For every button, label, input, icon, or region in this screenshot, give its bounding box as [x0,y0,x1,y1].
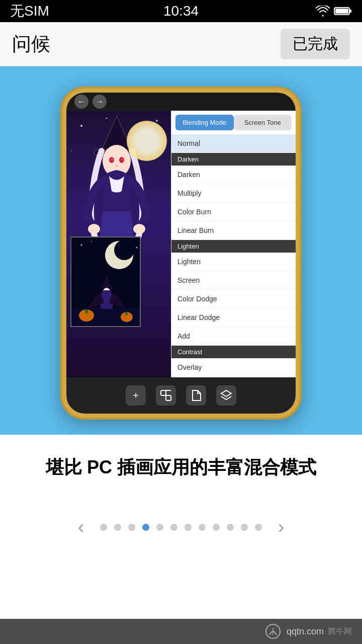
page-dot-7[interactable] [185,524,192,531]
blend-category-lighten: Lighten [171,240,296,253]
screen-tone-tab[interactable]: Screen Tone [234,115,292,130]
wifi-icon [316,6,330,17]
logo-icon [265,624,281,639]
svg-rect-27 [85,309,88,313]
svg-point-13 [111,158,113,160]
blend-item-color-dodge[interactable]: Color Dodge [171,290,296,308]
svg-point-24 [136,247,138,249]
blend-mode-panel: Blending Mode Screen Tone Normal Darken … [171,111,296,377]
merge-icon [160,389,172,401]
back-arrow-icon[interactable]: ← [74,95,88,109]
svg-point-16 [133,224,145,234]
main-content: ← → [0,66,362,605]
watermark-bar: qqtn.com 腾牛网 [0,619,362,644]
svg-point-4 [106,118,108,119]
page-dot-9[interactable] [213,524,220,531]
blend-item-screen[interactable]: Screen [171,271,296,290]
blend-item-linear-burn[interactable]: Linear Burn [171,221,296,240]
blend-list: Normal Darken Darken Multiply Color Burn… [171,134,296,377]
nav-bar: 问候 已完成 [0,22,362,66]
time-label: 10:34 [163,3,199,19]
blend-item-multiply[interactable]: Multiply [171,184,296,203]
page-dot-8[interactable] [199,524,206,531]
svg-rect-2 [349,10,351,13]
svg-rect-29 [125,312,128,315]
page-dot-12[interactable] [255,524,262,531]
blend-category-contrast: Contrast [171,346,296,358]
svg-rect-1 [335,9,348,14]
blend-item-lighten[interactable]: Lighten [171,253,296,271]
blend-item-darken[interactable]: Darken [171,166,296,184]
anime-art-area [66,111,177,377]
caption: 堪比 PC 插画应用的丰富混合模式 [0,435,362,505]
page-dot-5[interactable] [156,524,163,531]
svg-point-6 [156,120,158,122]
prev-page-button[interactable]: ‹ [69,515,93,539]
svg-rect-32 [161,390,166,395]
bottom-spacer [0,565,362,605]
page-dot-2[interactable] [114,524,121,531]
watermark-text [265,624,283,639]
status-icons [316,6,352,17]
svg-point-21 [114,240,134,260]
svg-point-3 [80,125,82,127]
document-button[interactable] [186,385,206,406]
phone-toolbar: + [66,377,296,414]
pagination: ‹ › [0,505,362,565]
status-bar: 无SIM 10:34 [0,0,362,22]
page-dot-1[interactable] [100,524,107,531]
blend-tabs: Blending Mode Screen Tone [171,111,296,134]
watermark-label: qqtn.com [287,626,324,637]
thumbnail-svg [71,237,141,327]
moon-decoration [127,121,167,161]
done-button[interactable]: 已完成 [281,29,350,59]
phone-topbar: ← → [66,93,296,111]
layers-icon [220,389,232,401]
page-title: 问候 [12,31,50,57]
document-icon [191,389,202,401]
page-dot-3[interactable] [128,524,135,531]
thumbnail-overlay [70,236,141,327]
page-dot-10[interactable] [227,524,234,531]
blend-item-add[interactable]: Add [171,327,296,346]
page-dot-4[interactable] [142,524,149,531]
add-layer-button[interactable]: + [126,385,146,406]
svg-point-14 [121,158,123,160]
carrier-label: 无SIM [10,2,49,21]
svg-point-7 [71,150,72,151]
svg-point-22 [81,245,82,246]
merge-button[interactable] [156,385,176,406]
battery-icon [334,7,352,16]
forward-arrow-icon[interactable]: → [93,95,107,109]
phone-topbar-icons: ← → [74,95,107,109]
screenshot-area: ← → [0,66,362,435]
illustration-area: Blending Mode Screen Tone Normal Darken … [66,111,296,377]
next-page-button[interactable]: › [269,515,293,539]
phone-screen: ← → [66,93,296,414]
svg-rect-33 [166,395,171,400]
layers-button[interactable] [216,385,236,406]
page-dot-11[interactable] [241,524,248,531]
page-dot-6[interactable] [170,524,177,531]
svg-point-15 [88,224,100,234]
blending-mode-tab[interactable]: Blending Mode [175,115,234,130]
blend-item-color-burn[interactable]: Color Burn [171,203,296,221]
phone-mockup: ← → [60,87,302,420]
svg-point-23 [91,241,92,242]
blend-item-linear-dodge[interactable]: Linear Dodge [171,308,296,327]
blend-category-darken: Darken [171,153,296,166]
blend-item-normal[interactable]: Normal [171,134,296,153]
blend-item-overlay[interactable]: Overlay [171,358,296,377]
watermark-brand: 腾牛网 [328,626,352,637]
